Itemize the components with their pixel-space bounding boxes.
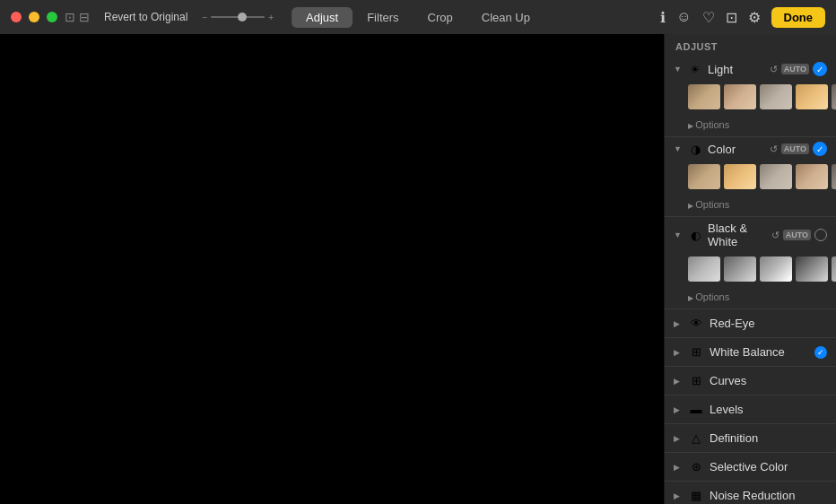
- main-content: ADJUST ▼ ☀ Light ↺ AUTO ✓: [0, 34, 836, 504]
- bw-thumbnails: [665, 253, 836, 285]
- svg-rect-32: [0, 34, 664, 504]
- photo-area: [0, 34, 664, 504]
- red-eye-row[interactable]: ▶ 👁 Red-Eye: [665, 309, 836, 338]
- panel-scroll[interactable]: ▼ ☀ Light ↺ AUTO ✓ Op: [665, 57, 836, 504]
- color-thumbnails: [665, 161, 836, 193]
- color-thumb-1[interactable]: [724, 164, 756, 189]
- color-options: Options: [665, 193, 836, 216]
- color-thumb-0[interactable]: [688, 164, 720, 189]
- definition-row[interactable]: ▶ △ Definition: [665, 424, 836, 453]
- bw-reset-icon[interactable]: ↺: [771, 230, 779, 241]
- light-thumb-3[interactable]: [796, 84, 828, 109]
- bw-auto-badge[interactable]: AUTO: [783, 230, 811, 240]
- color-auto-badge[interactable]: AUTO: [781, 143, 809, 154]
- color-thumb-2[interactable]: [760, 164, 792, 189]
- view-icons: ⊡ ⊟: [65, 10, 90, 24]
- selective-color-icon: ⊛: [688, 460, 704, 474]
- titlebar-left: ⊡ ⊟ Revert to Original − +: [65, 10, 274, 24]
- color-options-link[interactable]: Options: [688, 199, 729, 210]
- close-button[interactable]: [11, 12, 22, 22]
- color-header[interactable]: ▼ ◑ Color ↺ AUTO ✓: [665, 137, 836, 161]
- light-toggle[interactable]: ✓: [813, 62, 827, 76]
- red-eye-chevron: ▶: [674, 319, 683, 328]
- minimize-button[interactable]: [29, 12, 39, 22]
- light-icon: ☀: [688, 63, 702, 76]
- bw-thumb-3[interactable]: [796, 256, 828, 282]
- curves-chevron: ▶: [674, 377, 683, 386]
- bw-section: ▼ ◐ Black & White ↺ AUTO: [665, 217, 836, 309]
- bw-options-link[interactable]: Options: [688, 291, 729, 302]
- definition-chevron: ▶: [674, 434, 683, 443]
- white-balance-badge: ✓: [814, 346, 827, 359]
- curves-title: Curves: [710, 374, 827, 387]
- red-eye-title: Red-Eye: [710, 317, 827, 330]
- color-thumb-3[interactable]: [796, 164, 828, 189]
- color-icon: ◑: [688, 143, 702, 156]
- selective-color-row[interactable]: ▶ ⊛ Selective Color: [665, 453, 836, 482]
- window-controls: [11, 12, 57, 22]
- white-balance-row[interactable]: ▶ ⊞ White Balance ✓: [665, 338, 836, 367]
- noise-reduction-chevron: ▶: [674, 491, 683, 500]
- light-thumb-1[interactable]: [724, 84, 756, 109]
- levels-row[interactable]: ▶ ▬ Levels: [665, 395, 836, 424]
- heart-button[interactable]: ♡: [702, 9, 715, 26]
- zoom-slider[interactable]: − +: [202, 13, 274, 22]
- emoji-button[interactable]: ☺: [676, 9, 691, 25]
- color-thumb-4[interactable]: [832, 164, 836, 189]
- bw-options: Options: [665, 285, 836, 308]
- color-chevron: ▼: [674, 144, 683, 153]
- tab-filters[interactable]: Filters: [353, 7, 413, 28]
- light-thumb-2[interactable]: [760, 84, 792, 109]
- bw-title: Black & White: [708, 222, 766, 248]
- light-reset-icon[interactable]: ↺: [770, 64, 778, 75]
- white-balance-chevron: ▶: [674, 348, 683, 357]
- titlebar: ⊡ ⊟ Revert to Original − + Adjust Filter…: [0, 0, 836, 34]
- levels-icon: ▬: [688, 403, 704, 416]
- definition-icon: △: [688, 431, 704, 445]
- nav-tabs: Adjust Filters Crop Clean Up: [292, 7, 544, 28]
- bw-icon: ◐: [688, 229, 702, 242]
- light-section: ▼ ☀ Light ↺ AUTO ✓ Op: [665, 57, 836, 137]
- bw-thumb-0[interactable]: [688, 256, 720, 282]
- curves-icon: ⊞: [688, 374, 704, 387]
- tab-crop[interactable]: Crop: [414, 7, 467, 28]
- info-button[interactable]: ℹ: [660, 9, 666, 26]
- color-toggle[interactable]: ✓: [813, 142, 827, 156]
- levels-chevron: ▶: [674, 405, 683, 414]
- light-options: Options: [665, 113, 836, 136]
- light-chevron: ▼: [674, 65, 683, 74]
- tab-adjust[interactable]: Adjust: [292, 7, 353, 28]
- color-reset-icon[interactable]: ↺: [770, 143, 778, 155]
- light-thumb-4[interactable]: [832, 84, 836, 109]
- red-eye-icon: 👁: [688, 317, 704, 330]
- maximize-button[interactable]: [47, 12, 57, 22]
- tools-button[interactable]: ⚙: [748, 9, 761, 26]
- noise-reduction-title: Noise Reduction: [710, 489, 827, 502]
- definition-title: Definition: [710, 431, 827, 445]
- curves-row[interactable]: ▶ ⊞ Curves: [665, 367, 836, 395]
- bw-controls: ↺ AUTO: [771, 229, 827, 241]
- color-controls: ↺ AUTO ✓: [770, 142, 827, 156]
- bw-header[interactable]: ▼ ◐ Black & White ↺ AUTO: [665, 217, 836, 253]
- color-title: Color: [708, 143, 764, 156]
- bw-thumb-4[interactable]: [832, 256, 836, 282]
- light-options-link[interactable]: Options: [688, 119, 729, 130]
- share-button[interactable]: ⊡: [726, 9, 737, 26]
- bw-toggle[interactable]: [814, 229, 827, 241]
- tab-cleanup[interactable]: Clean Up: [467, 7, 544, 28]
- light-thumb-0[interactable]: [688, 84, 720, 109]
- bw-chevron: ▼: [674, 230, 683, 239]
- white-balance-title: White Balance: [710, 345, 809, 359]
- revert-button[interactable]: Revert to Original: [104, 11, 187, 23]
- photo-background: [0, 34, 664, 504]
- titlebar-right: ℹ ☺ ♡ ⊡ ⚙ Done: [660, 7, 825, 28]
- bw-thumb-2[interactable]: [760, 256, 792, 282]
- light-auto-badge[interactable]: AUTO: [781, 64, 809, 74]
- bw-thumb-1[interactable]: [724, 256, 756, 282]
- white-balance-icon: ⊞: [688, 345, 704, 359]
- right-panel: ADJUST ▼ ☀ Light ↺ AUTO ✓: [664, 34, 836, 504]
- noise-reduction-row[interactable]: ▶ ▦ Noise Reduction: [665, 482, 836, 504]
- noise-reduction-icon: ▦: [688, 489, 704, 502]
- light-header[interactable]: ▼ ☀ Light ↺ AUTO ✓: [665, 57, 836, 81]
- done-button[interactable]: Done: [771, 7, 826, 28]
